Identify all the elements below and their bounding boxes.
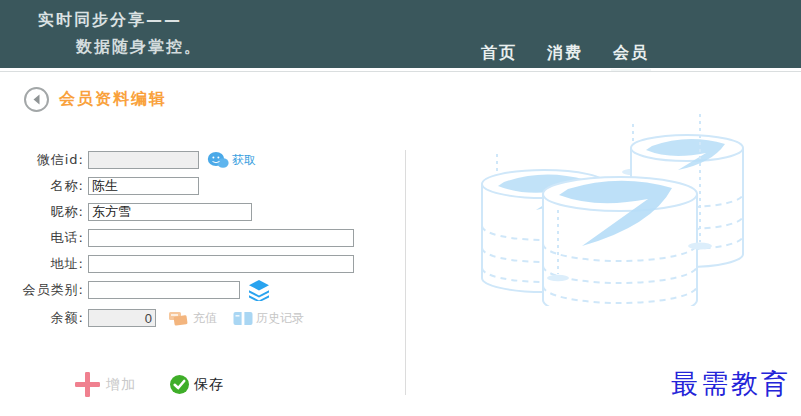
form-row-nickname: 昵称:: [0, 202, 252, 222]
name-label: 名称:: [0, 177, 84, 195]
name-input[interactable]: [88, 177, 199, 195]
header-tagline-line1: 实时同步分享——: [38, 10, 182, 31]
back-button[interactable]: [24, 87, 49, 112]
form-row-name: 名称:: [0, 176, 199, 196]
add-button-label: 增加: [106, 376, 136, 394]
history-label: 历史记录: [256, 310, 304, 327]
address-label: 地址:: [0, 255, 84, 273]
wechat-icon: [207, 151, 229, 169]
layers-icon: [249, 280, 269, 301]
cards-icon: [168, 310, 190, 327]
fetch-wechat-link[interactable]: 获取: [207, 151, 256, 169]
wechat-id-label: 微信id:: [0, 151, 84, 169]
app-header: 实时同步分享—— 数据随身掌控。 首页 消费 会员: [0, 0, 801, 68]
nav-item-consume[interactable]: 消费: [545, 43, 585, 71]
main-nav: 首页 消费 会员: [479, 43, 651, 71]
form-actions: 增加 保存: [74, 371, 224, 398]
check-circle-icon: [170, 375, 189, 394]
page-title-row: 会员资料编辑: [24, 87, 167, 112]
wechat-id-input[interactable]: [88, 151, 199, 169]
nav-item-member[interactable]: 会员: [611, 43, 651, 71]
plus-icon: [74, 371, 101, 398]
form-row-balance: 余额: 充值 历史记录: [0, 308, 304, 328]
form-row-address: 地址:: [0, 254, 354, 274]
header-tagline-line2: 数据随身掌控。: [76, 37, 202, 58]
nickname-label: 昵称:: [0, 203, 84, 221]
recharge-label: 充值: [193, 310, 217, 327]
database-cylinders-watermark: [462, 106, 792, 306]
content-vertical-divider: [405, 150, 406, 395]
fetch-wechat-label: 获取: [232, 152, 256, 169]
form-row-phone: 电话:: [0, 228, 354, 248]
save-button[interactable]: 保存: [170, 375, 224, 394]
member-type-label: 会员类别:: [0, 281, 84, 299]
history-button[interactable]: 历史记录: [233, 310, 304, 327]
form-row-wechat-id: 微信id: 获取: [0, 150, 256, 170]
add-button[interactable]: 增加: [74, 371, 136, 398]
form-row-member-type: 会员类别:: [0, 280, 269, 300]
nickname-input[interactable]: [88, 203, 252, 221]
balance-input[interactable]: [88, 309, 156, 327]
nav-item-home[interactable]: 首页: [479, 43, 519, 71]
member-type-input[interactable]: [88, 281, 240, 299]
address-input[interactable]: [88, 255, 354, 273]
brand-watermark-text: 最需教育: [671, 366, 791, 402]
save-button-label: 保存: [194, 376, 224, 394]
page-title: 会员资料编辑: [59, 89, 167, 110]
phone-input[interactable]: [88, 229, 354, 247]
header-divider: [0, 71, 801, 72]
back-arrow-icon: [30, 93, 43, 106]
recharge-button[interactable]: 充值: [168, 310, 217, 327]
book-icon: [233, 311, 253, 326]
balance-label: 余额:: [0, 309, 84, 327]
select-member-type-button[interactable]: [249, 280, 269, 301]
phone-label: 电话:: [0, 229, 84, 247]
